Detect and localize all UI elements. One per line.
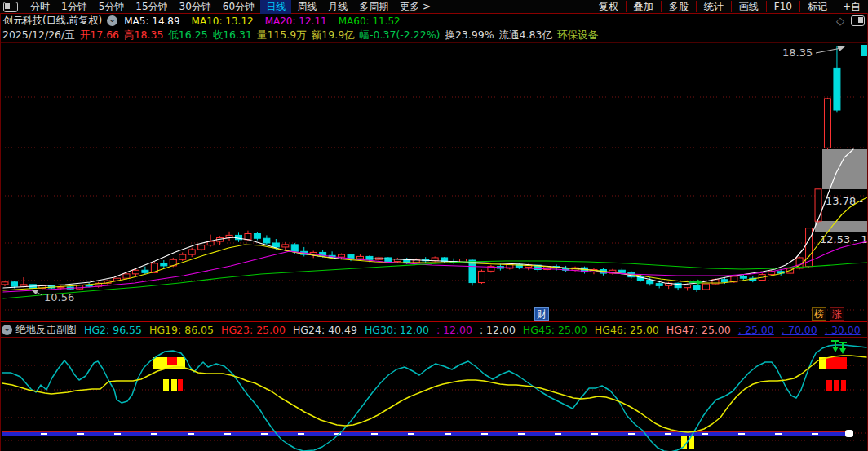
quote-high: 高18.35 — [124, 29, 163, 42]
ma60-value: MA60: 11.52 — [339, 15, 401, 27]
menu-item-f10[interactable]: F10 — [766, 1, 799, 12]
divider — [0, 321, 868, 322]
menubar: 分时 1分钟 5分钟 15分钟 30分钟 60分钟 日线 周线 月线 多周期 更… — [0, 0, 868, 14]
quote-close: 收16.31 — [213, 29, 252, 42]
collapse-chevron-icon[interactable]: ⌄ — [107, 15, 117, 26]
indicator-param: HG23: 25.00 — [221, 324, 286, 336]
collapse-chevron-icon[interactable]: ⌄ — [2, 325, 12, 335]
indicator-param: : 12.00 — [480, 324, 516, 336]
ma20-value: MA20: 12.11 — [265, 15, 327, 27]
menu-item-more[interactable]: 更多 > — [394, 0, 436, 14]
menu-item-tongji[interactable]: 统计 — [696, 1, 731, 12]
indicator-param: HG47: 25.00 — [666, 324, 731, 336]
left-border — [0, 13, 1, 451]
menu-item-multiperiod[interactable]: 多周期 — [353, 0, 394, 14]
gainers-button[interactable]: 涨 — [830, 307, 844, 321]
panel-toggle-icon[interactable] — [851, 15, 865, 26]
main-candlestick-chart[interactable]: 13.78 - 1512.53 - 12.718.3510.56 — [0, 43, 868, 321]
menu-item-duogu[interactable]: 多股 — [661, 1, 696, 12]
menu-item-5min[interactable]: 5分钟 — [93, 0, 131, 14]
menu-item-add-watchlist[interactable]: +自 — [835, 1, 868, 12]
indicator-param: HG30: 12.00 — [365, 324, 429, 336]
indicator-name[interactable]: 绝地反击副图 — [16, 323, 77, 337]
menu-item-60min[interactable]: 60分钟 — [217, 0, 260, 14]
quote-open: 开17.66 — [80, 29, 119, 42]
quote-change: 幅-0.37(-2.22%) — [360, 29, 441, 42]
ma10-value: MA10: 13.12 — [192, 15, 254, 27]
quote-float-shares: 流通4.83亿 — [499, 29, 552, 42]
menu-item-1min[interactable]: 1分钟 — [55, 0, 93, 14]
menu-item-fenshi[interactable]: 分时 — [24, 0, 55, 14]
svg-text:12.53 - 12.7: 12.53 - 12.7 — [820, 233, 868, 245]
svg-text:13.78 - 15: 13.78 - 15 — [826, 195, 868, 207]
indicator-param: : 12.00 — [436, 324, 472, 336]
ranking-button[interactable]: 榜 — [812, 307, 826, 321]
menu-item-biaoji[interactable]: 标记 — [799, 1, 835, 12]
menu-item-weekly[interactable]: 周线 — [291, 0, 322, 14]
indicator-param: HG45: 25.00 — [523, 324, 587, 336]
quote-volume: 量115.9万 — [257, 29, 307, 42]
finance-button[interactable]: 财 — [534, 307, 549, 321]
indicator-param: HG19: 86.05 — [149, 324, 214, 336]
window-layout-icon[interactable] — [3, 2, 18, 12]
quote-bar: 2025/12/26/五 开17.66 高18.35 低16.25 收16.31… — [0, 29, 868, 42]
menu-item-15min[interactable]: 15分钟 — [130, 0, 173, 14]
menu-item-fuquan[interactable]: 复权 — [591, 1, 626, 12]
indicator-bar: ⌄ 绝地反击副图 HG2: 96.55 HG19: 86.05 HG23: 25… — [0, 323, 868, 337]
quote-amount: 额19.9亿 — [312, 29, 355, 42]
menu-item-30min[interactable]: 30分钟 — [174, 0, 217, 14]
quote-industry[interactable]: 环保设备 — [557, 29, 598, 42]
menubar-right: 复权 叠加 多股 统计 画线 F10 标记 +自 — [591, 0, 868, 13]
indicator-param-editable[interactable]: : 25.00 — [738, 324, 774, 336]
indicator-param: HG46: 25.00 — [595, 324, 659, 336]
ma5-value: MA5: 14.89 — [124, 15, 179, 27]
quote-date: 2025/12/26/五 — [2, 29, 75, 42]
menu-item-diejia[interactable]: 叠加 — [626, 1, 661, 12]
diamond-icon: ◇ — [836, 15, 844, 27]
indicator-param: HG2: 96.55 — [84, 324, 142, 336]
quote-turnover: 换23.99% — [445, 29, 494, 42]
chart-title-bar: 创元科技(日线.前复权) ⌄ MA5: 14.89 MA10: 13.12 MA… — [0, 14, 868, 28]
stock-title: 创元科技(日线.前复权) — [3, 14, 102, 28]
indicator-param-editable[interactable]: : 30.00 — [825, 324, 861, 336]
oscillator-chart[interactable] — [0, 338, 868, 451]
menu-item-huaxian[interactable]: 画线 — [731, 1, 766, 12]
svg-text:18.35: 18.35 — [782, 46, 813, 59]
indicator-param-editable[interactable]: : 70.00 — [782, 324, 817, 336]
svg-text:10.56: 10.56 — [44, 291, 74, 303]
tdx-app: 分时 1分钟 5分钟 15分钟 30分钟 60分钟 日线 周线 月线 多周期 更… — [0, 0, 868, 451]
quote-low: 低16.25 — [168, 29, 207, 42]
menu-item-daily[interactable]: 日线 — [260, 0, 291, 14]
menu-item-monthly[interactable]: 月线 — [322, 0, 353, 14]
indicator-param: HG24: 40.49 — [293, 324, 357, 336]
